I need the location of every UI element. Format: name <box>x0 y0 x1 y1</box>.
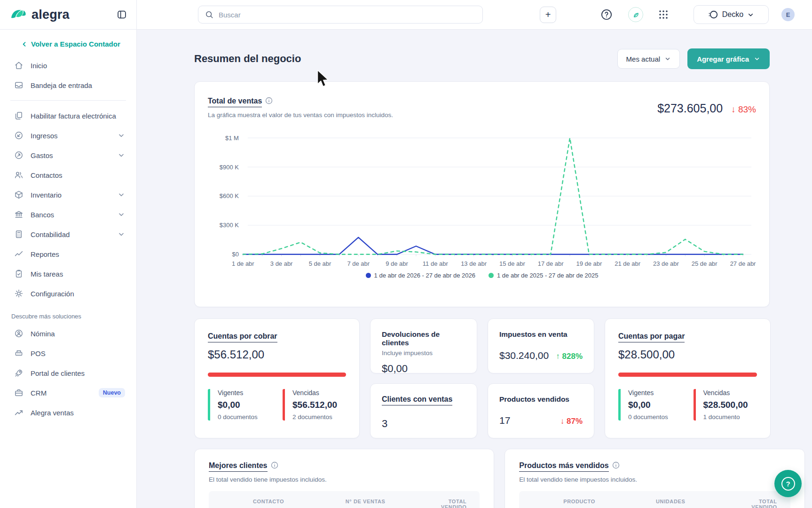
alegra-logo[interactable]: alegra <box>10 8 70 22</box>
widget-title[interactable]: Total de ventas <box>208 97 262 107</box>
back-to-accountant-link[interactable]: Volver a Espacio Contador <box>0 30 136 56</box>
vigentes-block: Vigentes $0,00 0 documentos <box>208 389 271 421</box>
widget-title[interactable]: Productos más vendidos <box>519 461 608 472</box>
svg-text:$1 M: $1 M <box>225 135 239 142</box>
sidebar-item-nomina[interactable]: Nómina <box>0 324 136 343</box>
sidebar-item-factura-electronica[interactable]: Habilitar factura electrónica <box>0 106 136 126</box>
sidebar-item-pos[interactable]: POS <box>0 343 136 363</box>
legend-item-current[interactable]: 1 de abr de 2026 - 27 de abr de 2026 <box>366 272 475 279</box>
apps-grid-icon[interactable] <box>658 9 669 20</box>
sales-total-value: $273.605,00 <box>657 102 723 115</box>
widget-title: Devoluciones de clientes <box>382 330 465 347</box>
widget-title[interactable]: Cuentas por pagar <box>618 332 685 342</box>
sidebar-item-mis-tareas[interactable]: Mis tareas <box>0 264 136 284</box>
calculator-icon <box>14 230 24 239</box>
svg-text:21 de abr: 21 de abr <box>615 260 640 267</box>
svg-text:11 de abr: 11 de abr <box>423 260 449 267</box>
sidebar-item-inicio[interactable]: Inicio <box>0 56 136 75</box>
svg-text:25 de abr: 25 de abr <box>692 260 717 267</box>
svg-text:7 de abr: 7 de abr <box>347 260 370 267</box>
payable-total: $28.500,00 <box>618 348 757 361</box>
main-column: + Decko E Resumen del negocio <box>137 0 812 508</box>
widget-title[interactable]: Mejores clientes <box>209 461 268 472</box>
widget-subtitle: La gráfica muestra el valor de tus venta… <box>208 111 393 119</box>
briefcase-icon <box>14 388 24 397</box>
svg-text:27 de abr: 27 de abr <box>730 260 756 267</box>
help-icon[interactable] <box>600 8 613 21</box>
workspace-menu-button[interactable]: Decko <box>694 5 769 24</box>
add-chart-button[interactable]: Agregar gráfica <box>687 48 770 69</box>
chevron-down-icon[interactable] <box>118 191 125 198</box>
cash-register-icon <box>14 349 24 358</box>
productos-count: 17 <box>499 415 510 426</box>
chevron-down-icon[interactable] <box>118 230 125 238</box>
search-input[interactable] <box>219 11 476 19</box>
total-sales-widget: Total de ventas La gráfica muestra el va… <box>194 81 770 307</box>
productos-delta: ↓ 87% <box>560 417 583 426</box>
svg-text:3 de abr: 3 de abr <box>270 260 293 267</box>
expense-arrow-icon <box>14 151 24 160</box>
chevron-down-icon <box>747 11 754 18</box>
sidebar-item-alegra-ventas[interactable]: Alegra ventas <box>0 403 136 422</box>
info-icon[interactable] <box>612 461 620 469</box>
legend-item-previous[interactable]: 1 de abr de 2025 - 27 de abr de 2025 <box>489 272 598 279</box>
chevron-down-icon <box>664 56 671 62</box>
sidebar-section-label: Descubre más soluciones <box>0 303 136 324</box>
floating-help-button[interactable]: ? <box>774 470 802 497</box>
sidebar-item-contactos[interactable]: Contactos <box>0 165 136 185</box>
user-avatar[interactable]: E <box>781 8 795 21</box>
sidebar-item-portal-clientes[interactable]: Portal de clientes <box>0 363 136 383</box>
global-search[interactable] <box>198 6 483 24</box>
legend-dot-blue <box>366 273 371 278</box>
sales-delta: ↓ 83% <box>731 104 756 115</box>
sidebar: alegra Volver a Espacio Contador Inicio … <box>0 0 137 508</box>
quick-create-button[interactable]: + <box>540 7 556 23</box>
sidebar-item-ingresos[interactable]: Ingresos <box>0 126 136 145</box>
widget-title: Productos vendidos <box>499 395 569 404</box>
svg-text:$900 K: $900 K <box>220 164 239 171</box>
productos-mas-vendidos-card: Productos más vendidos El total vendido … <box>505 449 804 508</box>
chevron-left-icon <box>22 41 27 47</box>
sales-line-chart[interactable]: $1 M$900 K$600 K$300 K$01 de abr3 de abr… <box>208 125 756 270</box>
sidebar-item-reportes[interactable]: Reportes <box>0 244 136 264</box>
svg-text:9 de abr: 9 de abr <box>386 260 408 267</box>
table-header: CONTACTO N° DE VENTAS TOTAL VENDIDO <box>209 491 480 508</box>
sidebar-item-bandeja[interactable]: Bandeja de entrada <box>0 75 136 95</box>
widget-title[interactable]: Cuentas por cobrar <box>208 332 277 342</box>
widget-title[interactable]: Clientes con ventas <box>382 395 452 405</box>
pages-icon <box>14 111 24 120</box>
chevron-down-icon[interactable] <box>118 151 125 159</box>
sidebar-item-contabilidad[interactable]: Contabilidad <box>0 224 136 244</box>
user-circle-icon <box>14 329 24 338</box>
svg-text:$0: $0 <box>232 251 238 258</box>
impuestos-delta: ↑ 828% <box>556 352 583 361</box>
sidebar-item-gastos[interactable]: Gastos <box>0 145 136 165</box>
clipboard-check-icon <box>14 269 24 278</box>
sustainability-leaf-icon[interactable] <box>628 7 643 22</box>
sidebar-divider <box>10 100 126 101</box>
info-icon[interactable] <box>271 461 278 469</box>
inbox-icon <box>14 80 24 90</box>
svg-text:13 de abr: 13 de abr <box>461 260 487 267</box>
legend-dot-green <box>489 273 494 278</box>
svg-text:$600 K: $600 K <box>220 192 239 199</box>
vencidas-block: Vencidas $56.512,00 2 documentos <box>283 389 346 421</box>
svg-text:17 de abr: 17 de abr <box>538 260 564 267</box>
nuevo-badge: Nuevo <box>99 388 125 397</box>
sidebar-item-configuracion[interactable]: Configuración <box>0 284 136 303</box>
trend-line-icon <box>14 249 24 259</box>
info-icon[interactable] <box>265 97 273 104</box>
payable-progress-bar <box>618 373 757 377</box>
page-title: Resumen del negocio <box>194 53 301 65</box>
devoluciones-value: $0,00 <box>382 363 465 375</box>
vigentes-block: Vigentes $0,00 0 documentos <box>618 389 682 421</box>
income-arrow-icon <box>14 131 24 140</box>
period-select-button[interactable]: Mes actual <box>617 49 680 69</box>
sidebar-item-inventario[interactable]: Inventario <box>0 185 136 205</box>
chevron-down-icon[interactable] <box>118 211 125 218</box>
sidebar-item-bancos[interactable]: Bancos <box>0 205 136 224</box>
svg-text:23 de abr: 23 de abr <box>653 260 679 267</box>
chevron-down-icon[interactable] <box>118 132 125 139</box>
sidebar-item-crm[interactable]: CRM Nuevo <box>0 383 136 403</box>
sidebar-collapse-icon[interactable] <box>117 9 127 20</box>
